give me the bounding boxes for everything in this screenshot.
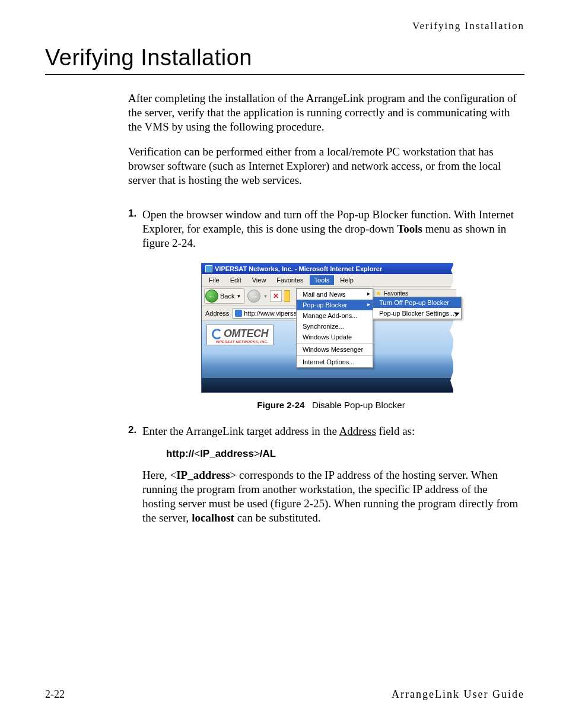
menu-item-windows-messenger[interactable]: Windows Messenger [297, 344, 373, 355]
menu-item-internet-options[interactable]: Internet Options... [297, 357, 373, 367]
address-field[interactable]: http://www.vipersa [233, 308, 305, 319]
step-1: 1. Open the browser window and turn off … [128, 208, 520, 411]
figure-caption: Figure 2-24 Disable Pop-up Blocker [142, 400, 520, 410]
popup-blocker-submenu: Turn Off Pop-up Blocker Pop-up Blocker S… [373, 297, 462, 319]
body-column: After completing the installation of the… [128, 91, 520, 525]
step-2-paragraph-2: Here, <IP_address> corresponds to the IP… [142, 468, 520, 525]
address-label: Address [204, 310, 230, 317]
menu-favorites[interactable]: Favorites [272, 275, 308, 285]
submenu-turn-off-popup-blocker[interactable]: Turn Off Pop-up Blocker [373, 297, 461, 308]
step-1-text: Open the browser window and turn off the… [142, 208, 520, 250]
running-header: Verifying Installation [45, 20, 524, 32]
ie-page-icon [235, 310, 242, 317]
intro-paragraph-1: After completing the installation of the… [128, 91, 520, 134]
comtech-logo: OMTECH VIPERSAT NETWORKS, INC. [206, 325, 274, 345]
refresh-button-fragment[interactable] [284, 290, 290, 302]
favorites-label: Favorites [384, 290, 408, 297]
forward-button[interactable]: → [247, 290, 260, 303]
ie-titlebar: VIPERSAT Networks, Inc. - Microsoft Inte… [202, 263, 460, 274]
figure-2-24: VIPERSAT Networks, Inc. - Microsoft Inte… [142, 263, 520, 410]
ie-window: VIPERSAT Networks, Inc. - Microsoft Inte… [201, 263, 461, 393]
menu-item-manage-addons[interactable]: Manage Add-ons... [297, 310, 373, 321]
menu-view[interactable]: View [247, 275, 271, 285]
step-2-text: Enter the ArrangeLink target address in … [142, 424, 520, 438]
menu-item-synchronize[interactable]: Synchronize... [297, 321, 373, 332]
favorites-strip: ★ Favorites [373, 289, 456, 297]
intro-paragraph-2: Verification can be performed either fro… [128, 145, 520, 187]
menu-edit[interactable]: Edit [225, 275, 246, 285]
url-ip-placeholder: IP_address [200, 448, 254, 459]
menu-help[interactable]: Help [335, 275, 358, 285]
favorites-star-icon: ★ [376, 290, 381, 297]
figure-caption-text: Disable Pop-up Blocker [312, 400, 405, 410]
guide-title: ArrangeLink User Guide [392, 688, 524, 701]
step1-tools-word: Tools [397, 222, 422, 235]
page-footer: 2-22 ArrangeLink User Guide [45, 688, 524, 701]
step2-p2-c: can be substituted. [234, 511, 321, 524]
torn-edge-decoration [453, 262, 462, 393]
step2-p2-a: Here, < [142, 469, 176, 481]
logo-text: OMTECH [224, 328, 268, 340]
logo-subtext: VIPERSAT NETWORKS, INC. [212, 340, 268, 344]
page-number: 2-22 [45, 688, 65, 701]
url-prefix: http:// [166, 448, 194, 459]
stop-button[interactable]: ✕ [270, 290, 282, 302]
step2-localhost: localhost [192, 511, 234, 524]
figure-label: Figure 2-24 [257, 400, 304, 410]
url-open-bracket: < [194, 448, 200, 459]
menu-item-popup-blocker[interactable]: Pop-up Blocker [297, 300, 373, 310]
page-background-water [202, 378, 460, 392]
page-title: Verifying Installation [45, 45, 524, 75]
step2-text-b: field as: [376, 425, 415, 437]
ie-window-title: VIPERSAT Networks, Inc. - Microsoft Inte… [215, 265, 382, 272]
url-suffix: /AL [260, 448, 276, 459]
address-value: http://www.vipersa [244, 310, 297, 317]
menu-item-mail-and-news[interactable]: Mail and News [297, 289, 373, 300]
step-2: 2. Enter the ArrangeLink target address … [128, 424, 520, 525]
step2-p2-ip: IP_address [176, 469, 230, 481]
step2-address-word: Address [339, 425, 376, 437]
tools-dropdown-menu: Mail and News Pop-up Blocker Manage Add-… [296, 288, 373, 368]
menu-tools[interactable]: Tools [310, 275, 335, 285]
back-button[interactable]: ← Back ▼ [204, 288, 245, 304]
ie-window-icon [205, 265, 212, 272]
step2-text-a: Enter the ArrangeLink target address in … [142, 425, 339, 437]
menu-file[interactable]: File [204, 275, 224, 285]
step-number: 2. [128, 424, 136, 436]
back-dropdown-icon: ▼ [236, 294, 241, 299]
logo-swirl-icon [212, 329, 222, 339]
step-number: 1. [128, 208, 136, 220]
back-label: Back [220, 293, 234, 300]
url-close-bracket: > [254, 448, 260, 459]
forward-dropdown-icon: ▼ [263, 294, 268, 299]
ie-menubar: File Edit View Favorites Tools Help [202, 274, 460, 287]
back-arrow-icon: ← [205, 290, 218, 303]
submenu-popup-blocker-settings[interactable]: Pop-up Blocker Settings... [373, 308, 461, 319]
menu-item-windows-update[interactable]: Windows Update [297, 332, 373, 342]
url-template: http://<IP_address>/AL [166, 448, 520, 460]
